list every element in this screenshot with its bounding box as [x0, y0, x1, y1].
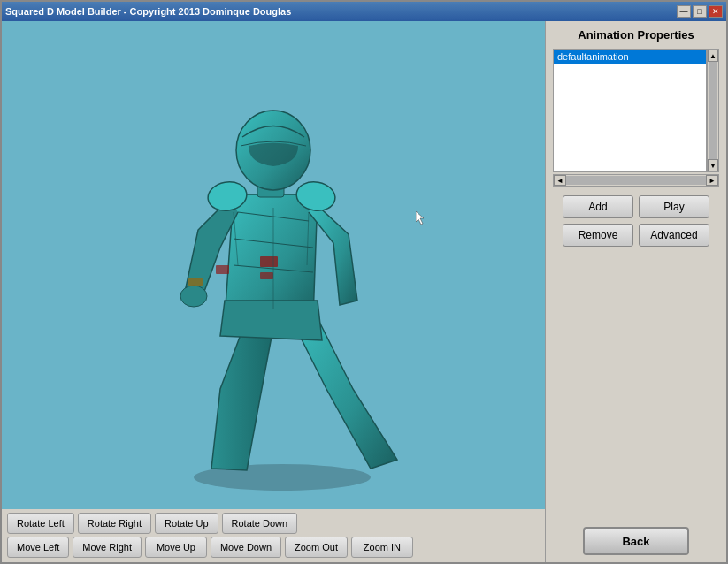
zoom-out-button[interactable]: Zoom Out — [285, 537, 348, 558]
maximize-button[interactable]: □ — [693, 5, 707, 18]
scroll-up-arrow[interactable]: ▲ — [708, 50, 718, 62]
animation-list-item[interactable]: defaultanimation — [554, 50, 706, 64]
advanced-button[interactable]: Advanced — [639, 224, 709, 247]
bottom-controls: Rotate Left Rotate Right Rotate Up Rotat… — [2, 509, 545, 562]
svg-rect-4 — [188, 278, 203, 286]
btn-row-2: Remove Advanced — [553, 224, 719, 247]
rotate-controls-row: Rotate Left Rotate Right Rotate Up Rotat… — [7, 513, 540, 534]
scroll-right-arrow[interactable]: ► — [706, 175, 718, 186]
rotate-right-button[interactable]: Rotate Right — [78, 513, 151, 534]
scroll-left-arrow[interactable]: ◄ — [554, 175, 566, 186]
right-panel: Animation Properties defaultanimation ▲ … — [545, 21, 726, 562]
svg-point-3 — [180, 286, 207, 307]
model-container — [2, 21, 545, 509]
btn-row-1: Add Play — [553, 195, 719, 218]
main-window: Squared D Model Builder - Copyright 2013… — [0, 0, 728, 564]
zoom-in-button[interactable]: Zoom IN — [351, 537, 413, 558]
scroll-track-h[interactable] — [566, 176, 706, 185]
list-scroll-container: defaultanimation ▲ ▼ — [553, 49, 719, 172]
move-right-button[interactable]: Move Right — [73, 537, 142, 558]
rotate-down-button[interactable]: Rotate Down — [222, 513, 298, 534]
scroll-down-arrow[interactable]: ▼ — [708, 159, 718, 171]
move-down-button[interactable]: Move Down — [211, 537, 281, 558]
panel-buttons: Add Play Remove Advanced — [553, 195, 719, 247]
move-up-button[interactable]: Move Up — [145, 537, 207, 558]
svg-rect-2 — [260, 272, 273, 279]
vertical-scrollbar[interactable]: ▲ ▼ — [707, 49, 719, 172]
minimize-button[interactable]: — — [677, 5, 691, 18]
play-button[interactable]: Play — [639, 195, 709, 218]
back-section: Back — [553, 518, 719, 555]
close-button[interactable]: ✕ — [709, 5, 723, 18]
move-controls-row: Move Left Move Right Move Up Move Down Z… — [7, 537, 540, 558]
rotate-up-button[interactable]: Rotate Up — [155, 513, 218, 534]
window-title: Squared D Model Builder - Copyright 2013… — [5, 6, 677, 17]
animation-list[interactable]: defaultanimation — [553, 49, 707, 172]
svg-rect-1 — [260, 256, 278, 267]
move-left-button[interactable]: Move Left — [7, 537, 69, 558]
remove-button[interactable]: Remove — [563, 224, 633, 247]
animation-list-wrapper: defaultanimation ▲ ▼ ◄ ► — [553, 49, 719, 187]
svg-rect-12 — [216, 265, 229, 274]
horizontal-scrollbar[interactable]: ◄ ► — [553, 174, 719, 187]
title-bar: Squared D Model Builder - Copyright 2013… — [2, 2, 726, 21]
back-button[interactable]: Back — [583, 527, 689, 555]
content-area: Rotate Left Rotate Right Rotate Up Rotat… — [2, 21, 726, 562]
add-button[interactable]: Add — [563, 195, 633, 218]
scroll-track-v[interactable] — [709, 62, 717, 159]
window-controls: — □ ✕ — [677, 5, 723, 18]
3d-model — [96, 35, 450, 495]
3d-viewport[interactable]: Rotate Left Rotate Right Rotate Up Rotat… — [2, 21, 545, 562]
rotate-left-button[interactable]: Rotate Left — [7, 513, 74, 534]
panel-title: Animation Properties — [553, 28, 719, 42]
